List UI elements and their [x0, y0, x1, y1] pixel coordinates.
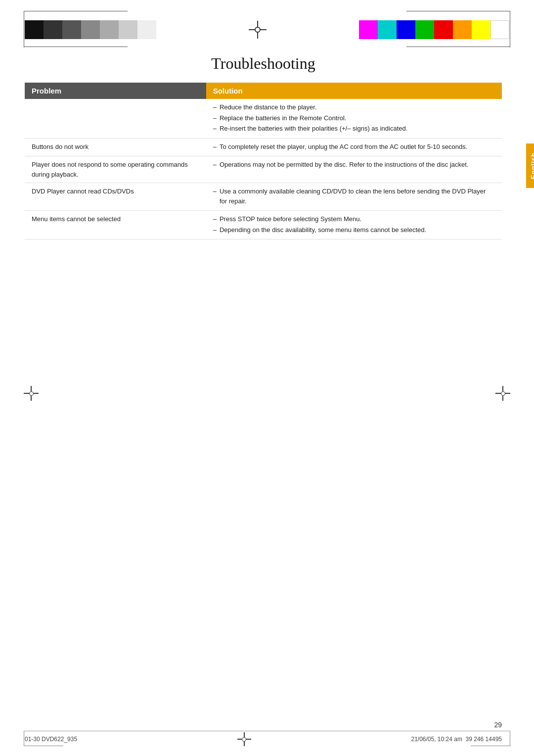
solution-cell: –Use a commonly available cleaning CD/DV…	[206, 183, 502, 211]
solution-item: –To completely reset the player, unplug …	[213, 142, 495, 152]
table-row: Buttons do not work–To completely reset …	[25, 138, 502, 156]
side-tab-english: English	[526, 143, 534, 188]
page-title: Troubleshooting	[25, 54, 502, 73]
table-row: –Reduce the distance to the player.–Repl…	[25, 99, 502, 138]
solution-text: Depending on the disc availability, some…	[220, 225, 426, 235]
solution-text: Replace the batteries in the Remote Cont…	[220, 113, 347, 123]
solution-text: Use a commonly available cleaning CD/DVD…	[220, 187, 495, 206]
left-crosshair-circle	[29, 391, 34, 396]
top-hline-right-bottom	[406, 47, 510, 47]
bottom-line	[24, 731, 510, 731]
solution-item: –Operations may not be permitted by the …	[213, 160, 495, 170]
solution-item: –Re-insert the batteries with their pola…	[213, 124, 495, 134]
solution-text: Operations may not be permitted by the d…	[220, 160, 469, 170]
right-crosshair-circle	[501, 391, 505, 396]
problem-cell: Buttons do not work	[25, 138, 206, 156]
solution-dash: –	[213, 225, 217, 235]
troubleshoot-table: Problem Solution –Reduce the distance to…	[25, 83, 502, 239]
solution-dash: –	[213, 142, 217, 152]
right-crosshair	[495, 386, 510, 401]
solution-text: To completely reset the player, unplug t…	[220, 142, 468, 152]
color-strip-right	[359, 20, 509, 39]
solution-item: –Replace the batteries in the Remote Con…	[213, 113, 495, 123]
color-strip-left	[25, 20, 156, 39]
table-row: Menu items cannot be selected–Press STOP…	[25, 211, 502, 239]
solution-text: Re-insert the batteries with their polar…	[220, 124, 407, 134]
solution-dash: –	[213, 160, 217, 170]
solution-dash: –	[213, 113, 217, 123]
bottom-corner-left-v	[24, 731, 24, 746]
solution-dash: –	[213, 124, 217, 134]
left-crosshair	[24, 386, 39, 401]
problem-cell: DVD Player cannot read CDs/DVDs	[25, 183, 206, 211]
solution-dash: –	[213, 214, 217, 224]
solution-item: –Reduce the distance to the player.	[213, 102, 495, 112]
bottom-corner-right-v	[510, 731, 510, 746]
solution-dash: –	[213, 187, 217, 206]
table-row: Player does not respond to some operatin…	[25, 156, 502, 183]
solution-text: Reduce the distance to the player.	[220, 102, 317, 112]
solution-item: –Depending on the disc availability, som…	[213, 225, 495, 235]
footer-crosshair-circle	[242, 737, 246, 742]
col-problem-header: Problem	[25, 83, 206, 99]
top-hline-right	[406, 11, 510, 11]
footer-left: 01-30 DVD622_935	[25, 736, 77, 743]
solution-cell: –Reduce the distance to the player.–Repl…	[206, 99, 502, 138]
page-number: 29	[494, 721, 502, 729]
crosshair-circle	[255, 27, 261, 33]
problem-cell: Player does not respond to some operatin…	[25, 156, 206, 183]
solution-item: –Press STOP twice before selecting Syste…	[213, 214, 495, 224]
footer: 01-30 DVD622_935 21/06/05, 10:24 am 39 2…	[25, 732, 502, 746]
main-content: Troubleshooting Problem Solution –Reduce…	[25, 54, 502, 716]
solution-cell: –Operations may not be permitted by the …	[206, 156, 502, 183]
top-hline-left	[24, 11, 128, 11]
solution-cell: –Press STOP twice before selecting Syste…	[206, 211, 502, 239]
problem-cell	[25, 99, 206, 138]
solution-text: Press STOP twice before selecting System…	[220, 214, 361, 224]
table-row: DVD Player cannot read CDs/DVDs–Use a co…	[25, 183, 502, 211]
solution-dash: –	[213, 102, 217, 112]
solution-item: –Use a commonly available cleaning CD/DV…	[213, 187, 495, 206]
col-solution-header: Solution	[206, 83, 502, 99]
solution-cell: –To completely reset the player, unplug …	[206, 138, 502, 156]
problem-cell: Menu items cannot be selected	[25, 211, 206, 239]
footer-right: 21/06/05, 10:24 am 39 246 14495	[411, 736, 502, 743]
center-crosshair	[249, 21, 267, 39]
top-hline-left-bottom	[24, 47, 128, 47]
top-bar-area	[0, 15, 534, 45]
footer-crosshair	[237, 732, 251, 746]
